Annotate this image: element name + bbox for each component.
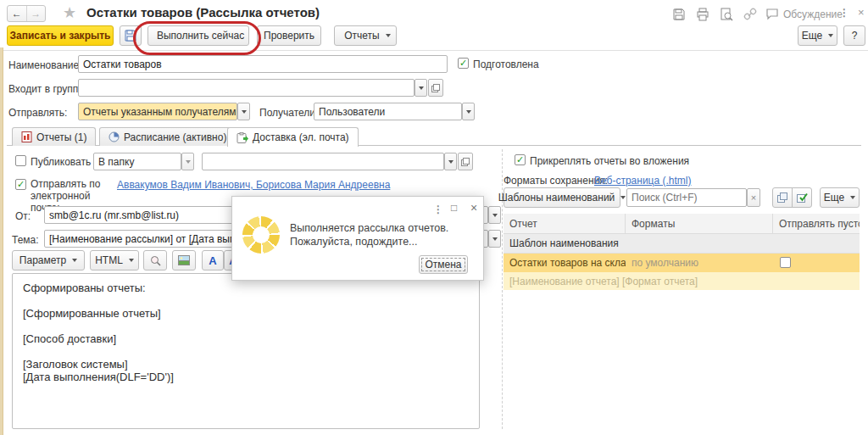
- recipients-value: Пользователи: [319, 106, 385, 118]
- publish-checkbox[interactable]: [15, 155, 26, 166]
- left-edge-strip: [0, 47, 3, 435]
- dialog-menu-icon[interactable]: ⋮: [433, 204, 443, 215]
- dialog-message: Выполняется рассылка отчетов. Пожалуйста…: [290, 221, 468, 248]
- templates-label: Шаблоны наименований: [498, 192, 615, 204]
- name-input[interactable]: [78, 55, 448, 73]
- group-dropdown-button[interactable]: [415, 79, 427, 97]
- email-checkbox[interactable]: ✓: [15, 179, 26, 190]
- check-button[interactable]: Проверить: [257, 25, 321, 46]
- save-icon[interactable]: [672, 8, 686, 21]
- email-body-textarea[interactable]: Сформированы отчеты: [Сформированные отч…: [12, 273, 480, 429]
- send-dropdown-button[interactable]: [237, 103, 250, 120]
- save-button[interactable]: [120, 25, 142, 46]
- progress-spinner-icon: [242, 216, 280, 254]
- formats-link[interactable]: Веб-страница (.html): [594, 175, 691, 187]
- preview-icon[interactable]: [720, 8, 733, 21]
- table-group-row[interactable]: Шаблон наименования: [504, 234, 860, 254]
- image-icon: [178, 255, 190, 265]
- send-combo[interactable]: Отчеты указанным получателям: [78, 103, 237, 120]
- back-arrow-icon[interactable]: ←: [8, 6, 27, 21]
- print-icon[interactable]: [696, 8, 709, 21]
- help-button[interactable]: ?: [843, 25, 865, 46]
- send-empty-checkbox[interactable]: [780, 257, 791, 268]
- open-list-icon: [431, 84, 440, 92]
- set-flags-button[interactable]: [792, 187, 812, 208]
- mailing-form-window: ← → ★ Остатки товаров (Рассылка отчетов)…: [0, 0, 868, 435]
- clock-icon: [108, 131, 120, 142]
- font-bold-button[interactable]: A: [202, 250, 224, 270]
- cancel-label: Отмена: [425, 259, 461, 270]
- run-now-button[interactable]: Выполнить сейчас: [147, 25, 249, 46]
- html-button[interactable]: HTML: [90, 250, 139, 270]
- recipients-combo[interactable]: Пользователи: [314, 103, 462, 120]
- discussion-bubble-icon: [765, 8, 779, 20]
- insert-image-button[interactable]: [172, 250, 196, 270]
- forward-arrow-icon[interactable]: →: [27, 6, 46, 21]
- format-cell: по умолчанию: [626, 254, 773, 272]
- group-open-button[interactable]: [428, 79, 443, 97]
- search-input[interactable]: [626, 188, 747, 207]
- reports-menu-button[interactable]: Отчеты: [334, 25, 397, 46]
- name-label: Наименование:: [8, 59, 82, 71]
- link-icon[interactable]: [743, 8, 757, 21]
- table-row-template[interactable]: [Наименование отчета] [Формат отчета]: [504, 272, 860, 290]
- search-clear-button[interactable]: ×: [747, 188, 760, 207]
- recipients-dropdown-button[interactable]: [462, 103, 475, 120]
- column-send-empty[interactable]: Отправлять пустой: [773, 214, 860, 233]
- email-recipients-link[interactable]: Аввакумов Вадим Иванович, Борисова Мария…: [117, 179, 390, 191]
- prepared-checkbox[interactable]: ✓: [458, 58, 469, 69]
- publish-open-button[interactable]: [458, 153, 473, 170]
- table-header: Отчет Форматы Отправлять пустой: [504, 214, 860, 234]
- publish-label: Публиковать: [31, 156, 91, 168]
- attach-label: Прикреплять отчеты во вложения: [530, 155, 689, 167]
- group-input[interactable]: [78, 79, 415, 97]
- dialog-maximize-icon[interactable]: □: [451, 202, 457, 214]
- save-close-button[interactable]: Записать и закрыть: [7, 25, 114, 46]
- tab-delivery-label: Доставка (эл. почта): [253, 131, 349, 143]
- publish-dropdown-button[interactable]: [444, 153, 457, 170]
- run-now-label: Выполнить сейчас: [157, 30, 244, 42]
- publish-path-input[interactable]: [202, 153, 444, 170]
- tab-reports[interactable]: Отчеты (1): [12, 127, 96, 146]
- table-more-button[interactable]: Еще: [820, 187, 860, 208]
- discussion-label: Обсуждение: [783, 8, 843, 20]
- folder-combo[interactable]: В папку: [93, 153, 181, 170]
- folder-dropdown-button[interactable]: [181, 153, 194, 170]
- window-close-icon[interactable]: ×: [858, 6, 865, 19]
- attach-checkbox[interactable]: ✓: [515, 154, 526, 165]
- dialog-close-icon[interactable]: ×: [470, 201, 477, 215]
- cancel-button[interactable]: Отмена: [419, 255, 468, 274]
- help-label: ?: [852, 30, 858, 42]
- templates-menu-button[interactable]: Шаблоны наименований: [504, 187, 620, 208]
- subject-dropdown-button[interactable]: [488, 230, 501, 248]
- column-report[interactable]: Отчет: [504, 214, 626, 233]
- table-more-label: Еще: [824, 192, 844, 204]
- more-button[interactable]: Еще: [798, 25, 837, 46]
- tab-delivery[interactable]: Доставка (эл. почта): [227, 127, 359, 147]
- table-row-selected[interactable]: Остатки товаров на скла... по умолчанию: [504, 254, 860, 272]
- menu-dots-icon[interactable]: ⋮: [839, 7, 849, 19]
- send-label: Отправлять:: [8, 107, 67, 119]
- discussion-button[interactable]: Обсуждение: [765, 8, 843, 20]
- preview-zoom-button[interactable]: [143, 250, 167, 270]
- floppy-icon: [125, 30, 136, 42]
- progress-dialog: ⋮ □ × Выполняется рассылка отчетов. Пожа…: [231, 196, 484, 281]
- more-label: Еще: [802, 30, 822, 42]
- report-cell: Остатки товаров на скла...: [504, 254, 626, 272]
- nav-group: ← →: [7, 5, 46, 22]
- copy-button[interactable]: [772, 187, 793, 208]
- favorite-star-icon[interactable]: ★: [63, 3, 76, 22]
- delivery-icon: [236, 132, 248, 143]
- open-list-icon: [461, 158, 470, 166]
- subject-label: Тема:: [12, 234, 39, 246]
- save-close-label: Записать и закрыть: [10, 30, 111, 42]
- html-label: HTML: [95, 254, 123, 266]
- check-label: Проверить: [264, 30, 314, 42]
- group-label: Входит в группу:: [8, 83, 86, 95]
- from-dropdown-button[interactable]: [488, 206, 501, 224]
- column-formats[interactable]: Форматы: [626, 214, 773, 233]
- parameter-button[interactable]: Параметр: [12, 250, 85, 270]
- tab-schedule-label: Расписание (активно): [124, 131, 226, 143]
- prepared-label: Подготовлена: [473, 59, 539, 70]
- tab-schedule[interactable]: Расписание (активно): [99, 127, 236, 146]
